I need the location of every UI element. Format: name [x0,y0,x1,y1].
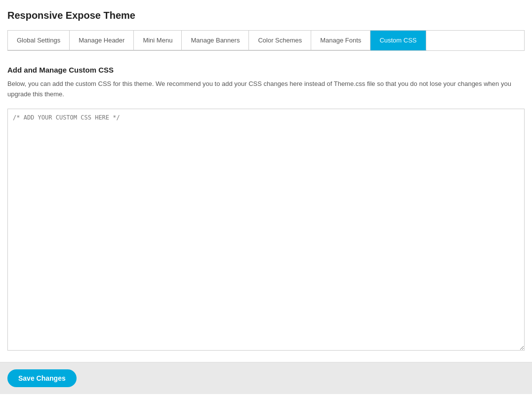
tab-manage-banners[interactable]: Manage Banners [182,31,249,50]
page-wrapper: Responsive Expose Theme Global Settings … [0,0,532,398]
tab-manage-fonts[interactable]: Manage Fonts [311,31,370,50]
page-title: Responsive Expose Theme [7,10,525,21]
tab-manage-header[interactable]: Manage Header [70,31,134,50]
tab-mini-menu[interactable]: Mini Menu [134,31,182,50]
footer-bar: Save Changes [0,362,532,394]
section-description: Below, you can add the custom CSS for th… [7,79,525,100]
section-title: Add and Manage Custom CSS [7,66,525,74]
tab-global-settings[interactable]: Global Settings [8,31,70,50]
tab-custom-css[interactable]: Custom CSS [370,31,426,50]
custom-css-textarea[interactable] [7,109,525,351]
tab-color-schemes[interactable]: Color Schemes [249,31,311,50]
content-area: Add and Manage Custom CSS Below, you can… [7,61,525,362]
tabs-bar: Global Settings Manage Header Mini Menu … [7,30,525,50]
save-changes-button[interactable]: Save Changes [7,369,77,387]
